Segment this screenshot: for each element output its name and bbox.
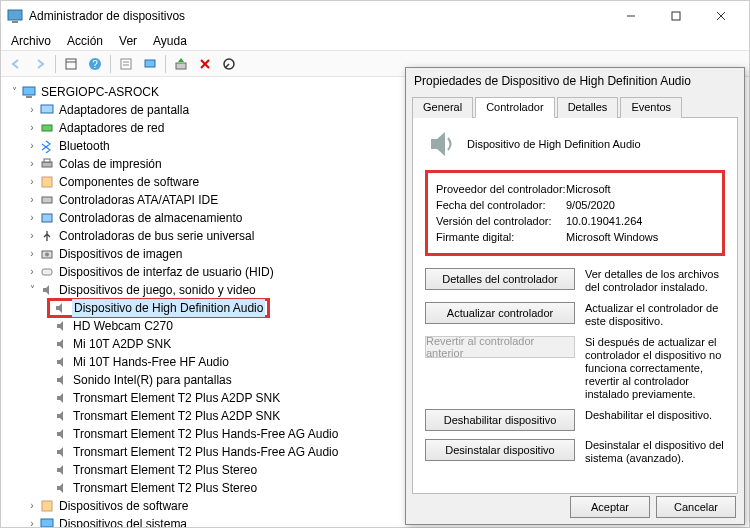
dialog-title: Propiedades de Dispositivo de High Defin… xyxy=(406,68,744,96)
rollback-driver-desc: Si después de actualizar el controlador … xyxy=(585,336,725,401)
system-icon xyxy=(39,516,55,527)
software-icon xyxy=(39,498,55,514)
help-button[interactable]: ? xyxy=(84,53,106,75)
tab-details[interactable]: Detalles xyxy=(557,97,619,118)
speaker-icon xyxy=(39,282,55,298)
svg-rect-13 xyxy=(145,60,155,67)
menu-help[interactable]: Ayuda xyxy=(147,32,193,50)
rollback-driver-button: Revertir al controlador anterior xyxy=(425,336,575,358)
speaker-icon xyxy=(53,480,69,496)
monitor-icon xyxy=(39,102,55,118)
speaker-icon xyxy=(53,426,69,442)
tab-general[interactable]: General xyxy=(412,97,473,118)
usb-icon xyxy=(39,228,55,244)
bluetooth-icon xyxy=(39,138,55,154)
device-name: Dispositivo de High Definition Audio xyxy=(467,138,641,150)
device-manager-icon xyxy=(7,8,23,24)
software-icon xyxy=(39,174,55,190)
svg-rect-0 xyxy=(8,10,22,20)
svg-point-28 xyxy=(45,253,49,257)
svg-rect-19 xyxy=(26,96,32,98)
maximize-button[interactable] xyxy=(653,1,698,31)
forward-button xyxy=(29,53,51,75)
printer-icon xyxy=(39,156,55,172)
network-icon xyxy=(39,120,55,136)
ide-icon xyxy=(39,192,55,208)
hid-icon xyxy=(39,264,55,280)
menubar: Archivo Acción Ver Ayuda xyxy=(1,31,749,51)
close-button[interactable] xyxy=(698,1,743,31)
tab-driver[interactable]: Controlador xyxy=(475,97,554,118)
cancel-button[interactable]: Cancelar xyxy=(656,496,736,518)
properties-button[interactable] xyxy=(115,53,137,75)
titlebar: Administrador de dispositivos xyxy=(1,1,749,31)
svg-rect-3 xyxy=(672,12,680,20)
svg-rect-20 xyxy=(41,105,53,113)
speaker-icon xyxy=(425,128,457,160)
camera-icon xyxy=(39,246,55,262)
storage-icon xyxy=(39,210,55,226)
speaker-icon xyxy=(53,372,69,388)
svg-rect-25 xyxy=(42,197,52,203)
svg-rect-29 xyxy=(42,269,52,275)
tab-body-driver: Dispositivo de High Definition Audio Pro… xyxy=(412,118,738,494)
menu-action[interactable]: Acción xyxy=(61,32,109,50)
speaker-icon xyxy=(53,336,69,352)
speaker-icon xyxy=(52,300,68,316)
disable-device-button[interactable]: Deshabilitar dispositivo xyxy=(425,409,575,431)
date-value: 9/05/2020 xyxy=(566,199,615,211)
disable-device-desc: Deshabilitar el dispositivo. xyxy=(585,409,712,422)
signer-label: Firmante digital: xyxy=(436,231,566,243)
svg-rect-24 xyxy=(42,177,52,187)
svg-rect-23 xyxy=(44,159,50,162)
menu-file[interactable]: Archivo xyxy=(5,32,57,50)
svg-rect-10 xyxy=(121,59,131,69)
show-all-button[interactable] xyxy=(60,53,82,75)
speaker-icon xyxy=(53,318,69,334)
version-value: 10.0.19041.264 xyxy=(566,215,642,227)
properties-dialog: Propiedades de Dispositivo de High Defin… xyxy=(405,67,745,525)
svg-rect-30 xyxy=(42,501,52,511)
svg-rect-18 xyxy=(23,87,35,95)
speaker-icon xyxy=(53,462,69,478)
update-driver-button[interactable] xyxy=(170,53,192,75)
ok-button[interactable]: Aceptar xyxy=(570,496,650,518)
svg-rect-21 xyxy=(42,125,52,131)
svg-rect-14 xyxy=(176,63,186,69)
disable-button[interactable] xyxy=(218,53,240,75)
update-driver-button[interactable]: Actualizar controlador xyxy=(425,302,575,324)
svg-rect-26 xyxy=(42,214,52,222)
provider-label: Proveedor del controlador: xyxy=(436,183,566,195)
driver-details-desc: Ver detalles de los archivos del control… xyxy=(585,268,725,294)
uninstall-button[interactable] xyxy=(194,53,216,75)
speaker-icon xyxy=(53,408,69,424)
speaker-icon xyxy=(53,390,69,406)
menu-view[interactable]: Ver xyxy=(113,32,143,50)
window-title: Administrador de dispositivos xyxy=(29,9,608,23)
tabs: General Controlador Detalles Eventos xyxy=(412,96,738,118)
svg-rect-31 xyxy=(41,519,53,527)
provider-value: Microsoft xyxy=(566,183,611,195)
update-driver-desc: Actualizar el controlador de este dispos… xyxy=(585,302,725,328)
svg-rect-1 xyxy=(12,21,18,23)
tab-events[interactable]: Eventos xyxy=(620,97,682,118)
version-label: Versión del controlador: xyxy=(436,215,566,227)
back-button xyxy=(5,53,27,75)
computer-icon xyxy=(21,84,37,100)
speaker-icon xyxy=(53,354,69,370)
uninstall-device-desc: Desinstalar el dispositivo del sistema (… xyxy=(585,439,725,465)
speaker-icon xyxy=(53,444,69,460)
svg-text:?: ? xyxy=(92,59,98,70)
signer-value: Microsoft Windows xyxy=(566,231,658,243)
driver-info-block: Proveedor del controlador:Microsoft Fech… xyxy=(425,170,725,256)
date-label: Fecha del controlador: xyxy=(436,199,566,211)
scan-button[interactable] xyxy=(139,53,161,75)
minimize-button[interactable] xyxy=(608,1,653,31)
uninstall-device-button[interactable]: Desinstalar dispositivo xyxy=(425,439,575,461)
svg-rect-6 xyxy=(66,59,76,69)
svg-rect-22 xyxy=(42,162,52,167)
driver-details-button[interactable]: Detalles del controlador xyxy=(425,268,575,290)
